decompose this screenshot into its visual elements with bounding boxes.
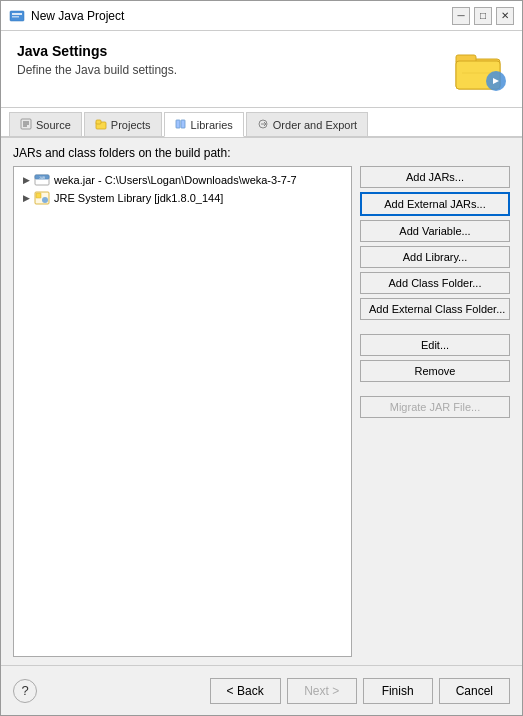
cancel-button[interactable]: Cancel [439, 678, 510, 704]
svg-rect-13 [96, 120, 101, 124]
maximize-button[interactable]: □ [474, 7, 492, 25]
header-text: Java Settings Define the Java build sett… [17, 43, 454, 77]
content-label: JARs and class folders on the build path… [13, 146, 510, 160]
add-library-button[interactable]: Add Library... [360, 246, 510, 268]
svg-text:JAR: JAR [39, 176, 46, 180]
tree-panel[interactable]: ▶ JAR weka.jar - C:\Users\Logan\Download… [13, 166, 352, 657]
tab-order-export[interactable]: Order and Export [246, 112, 368, 136]
svg-rect-2 [12, 16, 19, 18]
add-variable-button[interactable]: Add Variable... [360, 220, 510, 242]
svg-point-25 [42, 197, 48, 203]
tab-projects-label: Projects [111, 119, 151, 131]
main-area: ▶ JAR weka.jar - C:\Users\Logan\Download… [13, 166, 510, 657]
tab-libraries[interactable]: Libraries [164, 112, 244, 137]
remove-button[interactable]: Remove [360, 360, 510, 382]
tree-item-jre[interactable]: ▶ JRE System Library [jdk1.8.0_144] [14, 189, 351, 207]
back-button[interactable]: < Back [210, 678, 281, 704]
add-external-jars-button[interactable]: Add External JARs... [360, 192, 510, 216]
tab-projects[interactable]: Projects [84, 112, 162, 136]
finish-button[interactable]: Finish [363, 678, 433, 704]
footer-buttons: < Back Next > Finish Cancel [210, 678, 510, 704]
svg-rect-1 [12, 13, 22, 15]
order-export-tab-icon [257, 118, 269, 132]
tabs-section: Source Projects Libraries Order and Expo… [1, 108, 522, 138]
window-controls: ─ □ ✕ [452, 7, 514, 25]
close-button[interactable]: ✕ [496, 7, 514, 25]
header-subtitle: Define the Java build settings. [17, 63, 454, 77]
header-title: Java Settings [17, 43, 454, 59]
help-button[interactable]: ? [13, 679, 37, 703]
weka-jar-icon: JAR [34, 173, 50, 187]
next-button[interactable]: Next > [287, 678, 357, 704]
svg-rect-24 [36, 193, 41, 198]
header-icon [454, 43, 506, 95]
add-external-class-folder-button[interactable]: Add External Class Folder... [360, 298, 510, 320]
weka-arrow-icon: ▶ [20, 174, 32, 186]
svg-rect-14 [176, 120, 180, 128]
tab-libraries-label: Libraries [191, 119, 233, 131]
tab-order-export-label: Order and Export [273, 119, 357, 131]
minimize-button[interactable]: ─ [452, 7, 470, 25]
tab-source-label: Source [36, 119, 71, 131]
tree-item-weka[interactable]: ▶ JAR weka.jar - C:\Users\Logan\Download… [14, 171, 351, 189]
jre-arrow-icon: ▶ [20, 192, 32, 204]
projects-tab-icon [95, 118, 107, 132]
content-section: JARs and class folders on the build path… [1, 138, 522, 665]
tab-source[interactable]: Source [9, 112, 82, 136]
buttons-panel: Add JARs... Add External JARs... Add Var… [360, 166, 510, 657]
jre-item-text: JRE System Library [jdk1.8.0_144] [54, 192, 223, 204]
libraries-tab-icon [175, 118, 187, 132]
title-bar: New Java Project ─ □ ✕ [1, 1, 522, 31]
window-title: New Java Project [31, 9, 452, 23]
source-tab-icon [20, 118, 32, 132]
edit-button[interactable]: Edit... [360, 334, 510, 356]
migrate-jar-file-button[interactable]: Migrate JAR File... [360, 396, 510, 418]
jre-icon [34, 191, 50, 205]
window-icon [9, 8, 25, 24]
svg-rect-15 [181, 120, 185, 128]
add-class-folder-button[interactable]: Add Class Folder... [360, 272, 510, 294]
header-section: Java Settings Define the Java build sett… [1, 31, 522, 108]
main-window: New Java Project ─ □ ✕ Java Settings Def… [0, 0, 523, 716]
footer: ? < Back Next > Finish Cancel [1, 665, 522, 715]
weka-item-text: weka.jar - C:\Users\Logan\Downloads\weka… [54, 174, 297, 186]
add-jars-button[interactable]: Add JARs... [360, 166, 510, 188]
